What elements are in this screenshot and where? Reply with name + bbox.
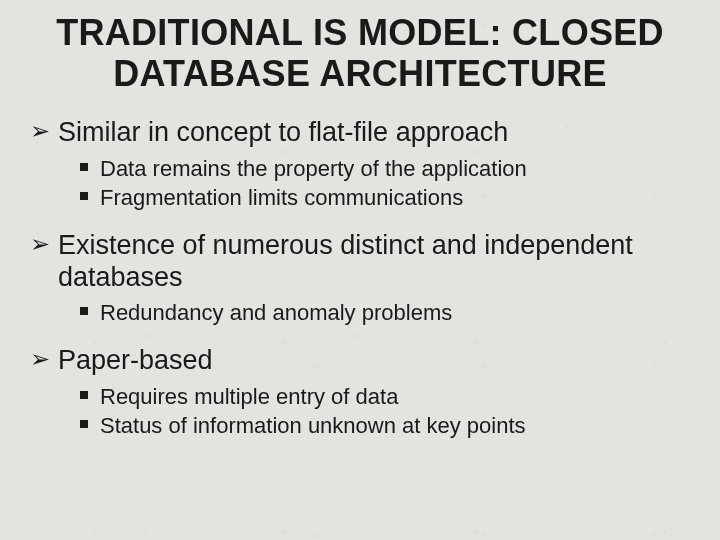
bullet-list: Similar in concept to flat-file approach… (28, 117, 692, 440)
sub-bullet-text: Data remains the property of the applica… (100, 156, 527, 181)
bullet-text: Existence of numerous distinct and indep… (58, 230, 633, 292)
sub-bullet-text: Status of information unknown at key poi… (100, 413, 526, 438)
list-item: Data remains the property of the applica… (80, 155, 692, 183)
slide-title: TRADITIONAL IS MODEL: CLOSED DATABASE AR… (28, 12, 692, 95)
sub-bullet-text: Requires multiple entry of data (100, 384, 398, 409)
sub-list: Redundancy and anomaly problems (58, 299, 692, 327)
bullet-text: Similar in concept to flat-file approach (58, 117, 508, 147)
slide: TRADITIONAL IS MODEL: CLOSED DATABASE AR… (0, 0, 720, 540)
list-item: Similar in concept to flat-file approach… (30, 117, 692, 212)
sub-bullet-text: Redundancy and anomaly problems (100, 300, 452, 325)
sub-list: Requires multiple entry of data Status o… (58, 383, 692, 440)
list-item: Redundancy and anomaly problems (80, 299, 692, 327)
bullet-text: Paper-based (58, 345, 213, 375)
sub-list: Data remains the property of the applica… (58, 155, 692, 212)
list-item: Existence of numerous distinct and indep… (30, 230, 692, 327)
list-item: Paper-based Requires multiple entry of d… (30, 345, 692, 440)
list-item: Status of information unknown at key poi… (80, 412, 692, 440)
list-item: Requires multiple entry of data (80, 383, 692, 411)
list-item: Fragmentation limits communications (80, 184, 692, 212)
sub-bullet-text: Fragmentation limits communications (100, 185, 463, 210)
